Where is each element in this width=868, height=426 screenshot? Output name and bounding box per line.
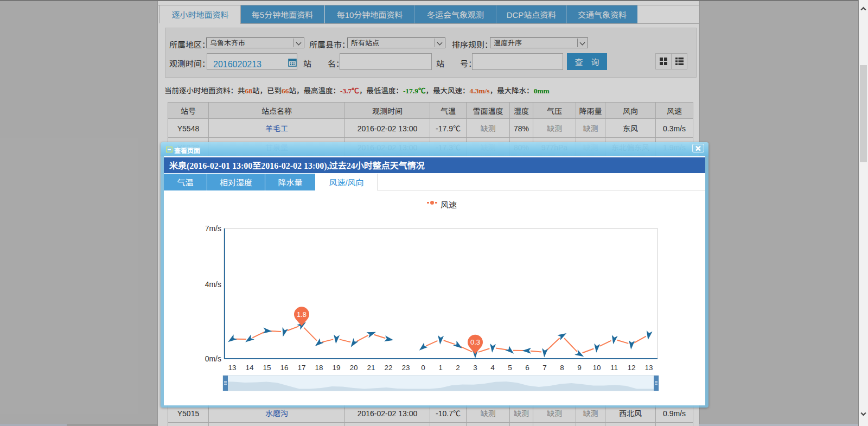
svg-text:6: 6	[525, 364, 529, 372]
svg-text:9: 9	[577, 364, 582, 372]
svg-text:1: 1	[438, 364, 443, 372]
svg-text:4m/s: 4m/s	[205, 280, 221, 289]
svg-text:10: 10	[592, 364, 601, 372]
svg-text:22: 22	[384, 364, 392, 372]
svg-text:14: 14	[245, 364, 254, 372]
svg-text:4: 4	[490, 364, 495, 372]
svg-text:21: 21	[367, 364, 375, 372]
svg-text:7: 7	[542, 364, 547, 372]
svg-text:19: 19	[332, 364, 340, 372]
svg-text:23: 23	[401, 364, 410, 372]
svg-text:0m/s: 0m/s	[205, 354, 221, 363]
svg-text:1.8: 1.8	[297, 310, 307, 319]
svg-text:5: 5	[508, 364, 512, 372]
svg-text:12: 12	[627, 364, 635, 372]
svg-text:18: 18	[315, 364, 323, 372]
svg-text:7m/s: 7m/s	[205, 224, 221, 233]
svg-text:0.3: 0.3	[470, 338, 480, 346]
svg-text:11: 11	[610, 364, 618, 372]
svg-text:2: 2	[456, 364, 460, 372]
svg-text:16: 16	[280, 364, 288, 372]
svg-text:8: 8	[560, 364, 564, 372]
svg-text:3: 3	[473, 364, 477, 372]
svg-text:13: 13	[644, 364, 653, 372]
svg-text:17: 17	[297, 364, 305, 372]
svg-text:20: 20	[349, 364, 358, 372]
svg-text:15: 15	[263, 364, 271, 372]
svg-text:0: 0	[421, 364, 425, 372]
svg-text:13: 13	[228, 364, 236, 372]
